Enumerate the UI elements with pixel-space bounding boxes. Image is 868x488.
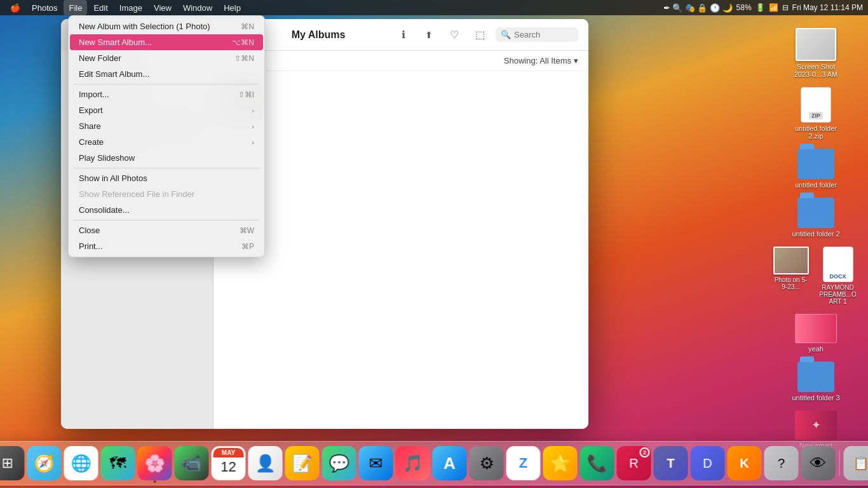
info-button[interactable]: ℹ: [394, 25, 413, 44]
menu-item-export[interactable]: Export ›: [70, 102, 263, 118]
menu-item-import[interactable]: Import... ⇧⌘I: [70, 86, 263, 102]
menu-shortcut-smart-album: ⌥⌘N: [232, 38, 254, 47]
menubar-edit[interactable]: Edit: [88, 0, 112, 15]
file-menu: New Album with Selection (1 Photo) ⌘N Ne…: [68, 15, 265, 257]
dock-whatsapp[interactable]: 📞: [580, 446, 614, 480]
folder3-label: untitled folder 3: [792, 394, 839, 402]
search-box[interactable]: 🔍: [496, 27, 578, 42]
desktop-icon-screenshot[interactable]: Screen Shot2023-0...3 AM: [787, 25, 844, 81]
smart-folder-thumbnail: ✦: [795, 410, 837, 440]
dock-photos[interactable]: 🌸: [138, 446, 172, 480]
docx-thumbnail: DOCX: [823, 247, 853, 282]
dock-teams[interactable]: T: [654, 446, 688, 480]
submenu-arrow-create: ›: [252, 139, 254, 146]
menu-separator-3: [74, 220, 259, 220]
desktop-icon-docx[interactable]: DOCX RAYMONDPREAMB...O ART 1: [814, 244, 862, 308]
dock-app2[interactable]: 📋: [844, 446, 869, 480]
dock-facetime[interactable]: 📹: [175, 446, 209, 480]
share-button[interactable]: ⬆: [419, 25, 438, 44]
desktop-icon-folder3[interactable]: untitled folder 3: [787, 359, 844, 404]
menubar-photos[interactable]: Photos: [27, 0, 62, 15]
folder2-thumbnail: [797, 198, 834, 228]
menu-shortcut-print: ⌘P: [241, 242, 254, 251]
dock-chrome[interactable]: 🌐: [64, 446, 98, 480]
dock-calendar[interactable]: MAY 12: [212, 446, 246, 480]
dock-safari[interactable]: 🧭: [27, 446, 62, 480]
menubar: 🍎 Photos File Edit Image View Window Hel…: [0, 0, 868, 15]
main-content: + My Albums ℹ ⬆ ♡ ⬚ 🔍 Showing: All Items…: [214, 19, 588, 429]
desktop-icon-photo[interactable]: Photo on 5-9-23...: [770, 244, 811, 308]
submenu-arrow-share: ›: [252, 123, 254, 130]
dock-messages[interactable]: 💬: [322, 446, 356, 480]
menu-label-new-smart-album: New Smart Album...: [79, 37, 152, 47]
menu-label-close: Close: [79, 226, 100, 235]
menubar-image[interactable]: Image: [114, 0, 147, 15]
desktop-icon-folder1[interactable]: untitled folder: [787, 146, 844, 191]
menu-item-new-smart-album[interactable]: New Smart Album... ⌥⌘N: [70, 34, 263, 50]
folder2-label: untitled folder 2: [792, 230, 839, 238]
menubar-window[interactable]: Window: [178, 0, 217, 15]
docx-label: RAYMONDPREAMB...O ART 1: [817, 284, 859, 305]
menu-shortcut-import: ⇧⌘I: [238, 90, 254, 99]
favorite-button[interactable]: ♡: [445, 25, 464, 44]
menu-item-edit-smart-album[interactable]: Edit Smart Album...: [70, 66, 263, 82]
dock-preview[interactable]: 👁: [801, 446, 836, 480]
menu-label-show-all-photos: Show in All Photos: [79, 173, 147, 183]
showing-label[interactable]: Showing: All Items: [504, 56, 571, 65]
menu-item-new-folder[interactable]: New Folder ⇧⌘N: [70, 50, 263, 66]
dock-anystyle[interactable]: ⭐: [543, 446, 578, 480]
dock-red-app[interactable]: R 2: [617, 446, 651, 480]
dock: 🙂 ⊞ 🧭 🌐 🗺 🌸 📹 MAY 12 👤 📝 💬: [0, 441, 868, 485]
menu-item-share[interactable]: Share ›: [70, 118, 263, 134]
menu-item-consolidate[interactable]: Consolidate...: [70, 202, 263, 218]
menubar-icons: ✒ 🔍 🎭 🔒 🕐 🌙: [663, 3, 733, 13]
yeah-thumbnail: [795, 314, 837, 343]
desktop-photos-row: Photo on 5-9-23... DOCX RAYMONDPREAMB...…: [770, 244, 862, 308]
battery-status: 58%: [736, 3, 752, 12]
menu-label-new-folder: New Folder: [79, 53, 121, 63]
desktop-icon-yeah[interactable]: yeah: [787, 311, 844, 355]
dock-system-prefs[interactable]: ⚙: [470, 446, 504, 480]
zip-thumbnail: ZIP: [801, 87, 831, 123]
showing-chevron: ▾: [574, 56, 578, 65]
dock-contacts[interactable]: 👤: [248, 446, 283, 480]
menu-label-edit-smart-album: Edit Smart Album...: [79, 69, 149, 79]
desktop-icons-area: Screen Shot2023-0...3 AM ZIP untitled fo…: [770, 25, 862, 459]
wifi-icon: 📶: [769, 3, 778, 12]
dock-zoom[interactable]: Z: [506, 446, 541, 480]
dock-music[interactable]: 🎵: [396, 446, 430, 480]
menu-item-print[interactable]: Print... ⌘P: [70, 238, 263, 254]
menu-item-play-slideshow[interactable]: Play Slideshow: [70, 150, 263, 166]
menubar-help[interactable]: Help: [219, 0, 246, 15]
menu-item-close[interactable]: Close ⌘W: [70, 222, 263, 238]
apple-menu[interactable]: 🍎: [5, 0, 25, 15]
folder1-thumbnail: [797, 149, 834, 179]
dock-separator: [839, 451, 840, 476]
dock-mail[interactable]: ✉: [359, 446, 393, 480]
search-input[interactable]: [514, 30, 565, 39]
photo-thumbnail: [773, 247, 809, 274]
desktop-icon-folder2[interactable]: untitled folder 2: [787, 195, 844, 240]
menu-label-print: Print...: [79, 241, 103, 251]
dock-notes[interactable]: 📝: [285, 446, 320, 480]
dock-klok[interactable]: K: [728, 446, 762, 480]
rotate-button[interactable]: ⬚: [470, 25, 489, 44]
dock-maps[interactable]: 🗺: [101, 446, 135, 480]
menu-item-show-all-photos[interactable]: Show in All Photos: [70, 170, 263, 186]
menu-shortcut-close: ⌘W: [240, 226, 254, 235]
dock-discord[interactable]: D: [691, 446, 725, 480]
menubar-view[interactable]: View: [149, 0, 177, 15]
photos-active-dot: [154, 480, 156, 483]
menu-label-new-album-selection: New Album with Selection (1 Photo): [79, 22, 210, 31]
desktop-icon-zip[interactable]: ZIP untitled folder2.zip: [787, 85, 844, 142]
dock-app1[interactable]: ?: [764, 446, 799, 480]
menu-shortcut-new-folder: ⇧⌘N: [234, 54, 254, 63]
dock-launchpad[interactable]: ⊞: [0, 446, 25, 480]
folder3-thumbnail: [797, 362, 834, 392]
menu-item-create[interactable]: Create ›: [70, 134, 263, 150]
menubar-right: ✒ 🔍 🎭 🔒 🕐 🌙 58% 🔋 📶 ⊟ Fri May 12 11:14 P…: [663, 3, 864, 13]
menu-label-export: Export: [79, 105, 103, 115]
menubar-file[interactable]: File: [64, 0, 87, 15]
dock-appstore[interactable]: A: [433, 446, 467, 480]
menu-item-new-album-selection[interactable]: New Album with Selection (1 Photo) ⌘N: [70, 18, 263, 34]
